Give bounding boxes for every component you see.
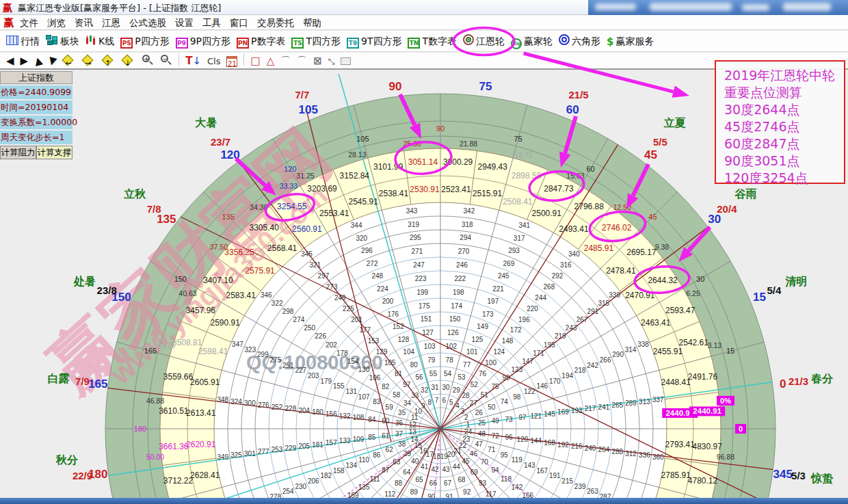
svg-text:150: 150 [174,275,187,283]
svg-text:35: 35 [398,409,406,416]
menu-item-8[interactable]: 交易委托 [257,15,294,30]
tool-cls-icon[interactable]: Cls [207,53,220,69]
tool-resize-icon[interactable]: ⤡ [328,53,335,69]
svg-text:339: 339 [609,291,620,299]
calc-support-button[interactable]: 计算支撑 [36,146,72,159]
svg-text:250: 250 [304,324,315,332]
toolbar-button-TS[interactable]: TST四方形 [291,31,341,52]
toolbar-button-gann-wheel[interactable]: 江恩轮 [463,31,505,52]
tool-t-down-icon[interactable]: T↓ [185,53,201,69]
tool-screen-icon[interactable] [341,53,351,69]
svg-text:白露: 白露 [48,373,70,384]
svg-text:2644.32: 2644.32 [648,276,678,285]
menu-item-4[interactable]: 公式选股 [129,15,166,30]
svg-text:98: 98 [513,393,521,401]
tool-pointer-down-icon[interactable]: ▼ [49,53,57,69]
svg-text:3.13: 3.13 [708,341,722,349]
svg-text:15.63: 15.63 [566,172,584,180]
toolbar-button-dollar[interactable]: $赢家服务 [607,31,654,52]
svg-text:8: 8 [428,399,432,406]
tool-zoom-out-icon[interactable]: − [160,53,172,69]
svg-text:89: 89 [410,488,419,496]
toolbar-button-hexagon[interactable]: 六角形 [559,31,600,52]
tool-arc-ccw-icon[interactable]: ⌒ [297,53,307,69]
toolbar-button-T9[interactable]: T99T四方形 [347,31,401,52]
menu-item-6[interactable]: 工具 [202,15,221,30]
svg-text:13: 13 [409,428,417,436]
toolbar-button-TN[interactable]: TNT数字表 [408,31,457,52]
svg-text:239: 239 [574,483,586,490]
tool-pointer-up-icon[interactable]: ▲ [34,53,42,69]
svg-text:165: 165 [144,347,157,355]
svg-text:132: 132 [339,412,351,420]
svg-text:171: 171 [533,349,544,357]
tool-triangle-icon[interactable]: △ [267,53,275,69]
svg-text:218: 218 [574,367,586,374]
tool-x-box-icon[interactable]: ⊠ [313,53,322,69]
svg-text:127: 127 [422,329,434,336]
menu-item-1[interactable]: 浏览 [47,15,66,30]
svg-text:123: 123 [512,366,523,373]
toolbar-button-grid-table[interactable]: 行情 [6,31,40,52]
svg-text:25: 25 [478,419,486,427]
svg-text:225: 225 [343,305,354,313]
svg-text:244: 244 [535,294,546,302]
svg-text:28: 28 [462,392,471,399]
svg-text:25.00: 25.00 [403,140,421,148]
svg-text:251: 251 [282,362,294,369]
svg-text:152: 152 [393,323,404,330]
svg-text:291: 291 [587,308,599,315]
calc-resistance-button[interactable]: 计算阻力 [0,146,36,159]
svg-text:56: 56 [415,373,423,381]
svg-text:254: 254 [282,488,294,495]
svg-text:299: 299 [257,351,269,358]
menu-item-5[interactable]: 设置 [175,15,194,30]
svg-text:76: 76 [479,370,487,377]
menu-item-2[interactable]: 资讯 [75,15,93,30]
svg-text:104: 104 [403,348,414,356]
svg-text:79: 79 [427,356,436,364]
tool-diamond-down-icon[interactable]: ↓ [122,53,135,69]
svg-text:4830.97: 4830.97 [692,442,722,451]
tool-arc-cw-icon[interactable]: ⌒ [280,53,291,69]
svg-text:149: 149 [477,323,488,330]
tool-diamond-right-icon[interactable]: → [82,53,96,69]
svg-text:117: 117 [486,490,496,498]
tool-diamond-left-icon[interactable]: ← [62,53,76,69]
svg-text:90: 90 [389,80,402,93]
menu-item-3[interactable]: 江恩 [102,15,120,30]
svg-text:340: 340 [568,250,580,258]
svg-text:157: 157 [326,439,337,447]
toolbar-button-blocks[interactable]: 板块 [46,31,79,52]
tool-calendar-21-icon[interactable]: 21 [226,53,237,69]
svg-text:3356.25: 3356.25 [224,248,254,257]
svg-text:12.50: 12.50 [613,203,631,211]
menu-item-9[interactable]: 帮助 [303,15,321,30]
tool-zoom-in-icon[interactable]: + [142,53,154,69]
menu-item-0[interactable]: 文件 [20,15,38,30]
status-bar [0,498,848,504]
svg-text:15: 15 [726,347,734,355]
svg-text:181: 181 [312,441,323,449]
svg-text:2530.91: 2530.91 [410,185,440,194]
toolbar-button-PN[interactable]: PNP数字表 [237,31,285,52]
svg-text:165: 165 [88,377,107,390]
toolbar-button-PS[interactable]: PSP四方形 [120,31,169,52]
svg-text:336: 336 [639,451,650,459]
app-logo-icon: 赢 [3,2,14,13]
svg-text:143: 143 [524,462,535,469]
svg-text:68: 68 [458,476,466,483]
svg-text:29: 29 [453,386,461,394]
toolbar-button-candles[interactable]: K线 [85,31,114,52]
toolbar-button-big-wheel[interactable]: Big赢家轮 [511,31,553,52]
tool-square-icon[interactable]: □ [250,53,260,69]
menu-item-7[interactable]: 窗口 [230,15,248,30]
toolbar-button-P9[interactable]: P99P四方形 [176,31,230,52]
svg-text:32: 32 [421,386,429,394]
tool-arrow-right-icon[interactable]: ▶ [21,53,29,69]
tool-arrow-left-icon[interactable]: ◀ [6,53,14,69]
svg-text:323: 323 [245,346,256,354]
svg-text:293: 293 [508,247,520,254]
tool-diamond-up-icon[interactable]: ↑ [102,53,116,69]
svg-text:0: 0 [780,377,786,390]
